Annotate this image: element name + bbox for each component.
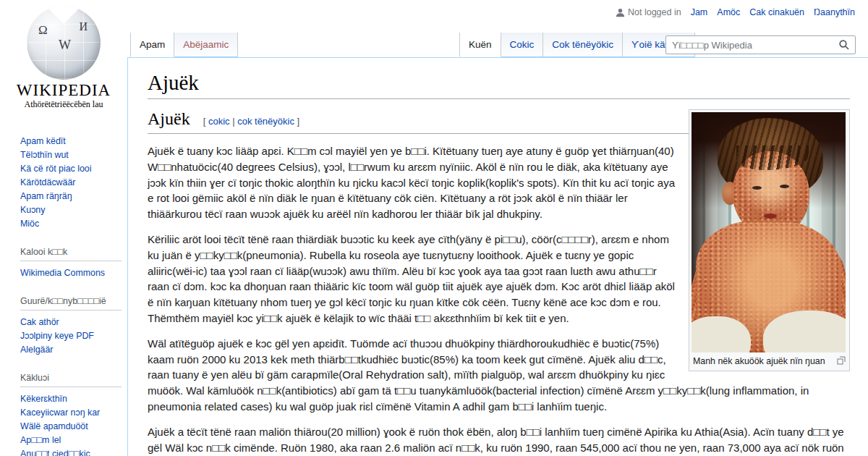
view-tabs: Kuën Cokic Cok tënëyökic Ƴoië käthɛɛr — [459, 33, 695, 57]
tab-abejaamic[interactable]: Abëjaamic — [174, 33, 238, 57]
bracket: [ — [203, 116, 206, 127]
section-edit-links: [ cokic | cok tënëyökic ] — [203, 116, 300, 127]
sidebar-heading-tools: Käkluɔi — [20, 373, 122, 387]
search-input[interactable] — [665, 35, 856, 54]
not-logged-in-label: Not logged in — [628, 7, 681, 17]
section-link-cok-teneyokic[interactable]: cok tënëyökic — [237, 116, 294, 127]
personal-link-nganythin[interactable]: Ŋaanythïn — [814, 7, 855, 17]
namespace-tabs: Apam Abëjaamic — [130, 33, 238, 57]
sidebar-item-special-pages[interactable]: Ap□□m lel — [20, 434, 122, 447]
photo-mouth — [764, 214, 777, 219]
sidebar-item-apam-kedit[interactable]: Apam këdït — [20, 135, 122, 148]
personal-link-cak-cinakuen[interactable]: Cak cinakuën — [749, 7, 804, 17]
wikipedia-tagline: Athörëtëtriëëcëbën lau — [0, 99, 127, 110]
sidebar-item-download-pdf[interactable]: Jɔɔlpiny keye PDF — [20, 329, 122, 343]
tab-kuen[interactable]: Kuën — [459, 33, 501, 57]
search-button[interactable] — [838, 38, 853, 52]
not-logged-in-status: Not logged in — [616, 7, 681, 17]
sidebar-item-karotdacwaar[interactable]: Kärötdäcwäär — [20, 176, 122, 190]
measles-child-photo — [692, 112, 846, 352]
sidebar-item-recent-changes[interactable]: Kä cë röt piac looi — [20, 162, 122, 176]
sidebar-item-telothin-wut[interactable]: Tëlɔthïn wut — [20, 148, 122, 162]
personal-bar: Not logged in Jam Amöc Cak cinakuën Ŋaan… — [616, 7, 855, 17]
globe-letter: Ω — [38, 23, 48, 38]
sidebar-group-navigation: Apam këdït Tëlɔthïn wut Kä cë röt piac l… — [20, 135, 122, 231]
tab-apam[interactable]: Apam — [130, 33, 174, 57]
sidebar-item-upload-file[interactable]: Wälë apamduööt — [20, 420, 122, 434]
content-area: Ajuëk Manh nëk akuöök ajuëk nïn ŋuan — [127, 57, 868, 456]
sidebar-item-permanent-link[interactable]: Anu□□t cied□□kic — [20, 447, 122, 456]
sidebar-item-mioc[interactable]: Miöc — [20, 217, 122, 231]
magnify-icon[interactable] — [837, 356, 846, 365]
puzzle-notch — [46, 6, 81, 24]
wikipedia-article-page: { "colors": { "link": "#0645ad", "red_li… — [0, 0, 868, 456]
search-icon — [838, 39, 850, 51]
sidebar-item-random-page[interactable]: Apam räŋräŋ — [20, 190, 122, 203]
user-icon — [616, 8, 625, 17]
sidebar-item-related-changes[interactable]: Kaceyiicwar nɔŋ kar — [20, 406, 122, 420]
globe-letter: И — [79, 20, 88, 33]
section-title: Ajuëk — [148, 109, 190, 128]
photo-eye — [780, 185, 789, 188]
photo-eye — [752, 186, 762, 190]
sidebar-group-other-projects: Kalooi k□□k Wikimedia Commons — [20, 247, 122, 280]
sidebar: Apam këdït Tëlɔthïn wut Kä cë röt piac l… — [0, 129, 127, 456]
article-thumbnail[interactable]: Manh nëk akuöök ajuëk nïn ŋuan — [689, 109, 850, 371]
wikipedia-wordmark: WIKIPEDIA — [0, 81, 127, 99]
wikipedia-globe-logo: Ω И W — [27, 6, 101, 80]
section-link-cokic[interactable]: cokic — [208, 116, 230, 127]
thumbnail-caption: Manh nëk akuöök ajuëk nïn ŋuan — [692, 352, 847, 368]
tab-cok-teneyokic[interactable]: Cok tënëyökic — [543, 33, 623, 57]
sidebar-group-tools: Käkluɔi Këkerɛkthïn Kaceyiicwar nɔŋ kar … — [20, 373, 122, 456]
thumbnail-caption-text: Manh nëk akuöök ajuëk nïn ŋuan — [693, 356, 825, 366]
sidebar-item-what-links-here[interactable]: Këkerɛkthïn — [20, 392, 122, 406]
sidebar-item-kuony[interactable]: Kuɔny — [20, 203, 122, 217]
sidebar-item-cak-athor[interactable]: Cak athör — [20, 316, 122, 329]
tab-cokic[interactable]: Cokic — [501, 33, 544, 57]
article-paragraph-4: Ajuëk a tëcït tënë raan maliön thiärou(2… — [148, 424, 850, 456]
sidebar-item-wikimedia-commons[interactable]: Wikimedia Commons — [20, 266, 122, 280]
separator: | — [232, 116, 234, 127]
personal-link-amoc[interactable]: Amöc — [717, 7, 740, 17]
sidebar-item-alelgaar[interactable]: Alelgäär — [20, 343, 122, 357]
wikipedia-logo[interactable]: Ω И W WIKIPEDIA Athörëtëtriëëcëbën lau — [0, 0, 127, 119]
globe-letter: W — [59, 38, 71, 53]
sidebar-heading-other-projects: Kalooi k□□k — [20, 247, 122, 261]
page-title: Ajuëk — [148, 71, 850, 99]
sidebar-group-print-export: Guurë/k□□nyb□□□□ië Cak athör Jɔɔlpiny ke… — [20, 296, 122, 357]
personal-link-jam[interactable]: Jam — [691, 7, 708, 17]
search-bar — [665, 35, 856, 54]
sidebar-heading-print-export: Guurë/k□□nyb□□□□ië — [20, 296, 122, 311]
bracket: ] — [297, 116, 300, 127]
